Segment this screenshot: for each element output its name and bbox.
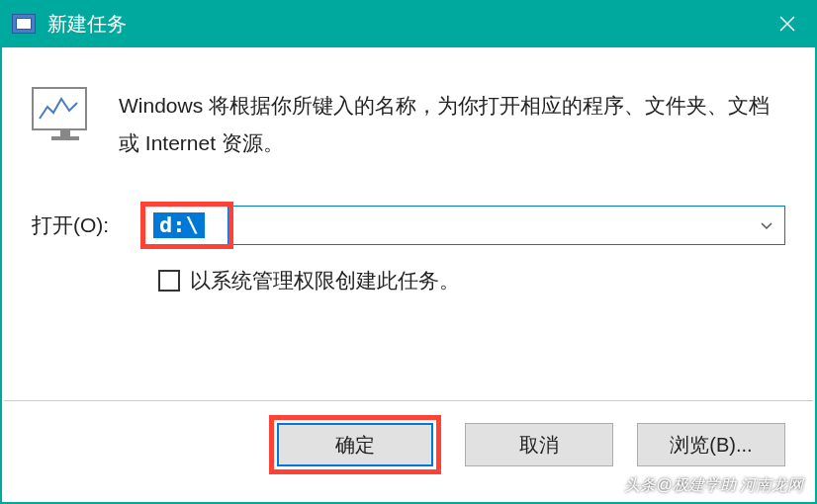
run-icon [32,87,99,146]
separator [4,400,813,401]
ok-button[interactable]: 确定 [277,423,433,466]
window-title: 新建任务 [47,11,758,38]
admin-checkbox-row: 以系统管理权限创建此任务。 [158,267,785,294]
browse-button[interactable]: 浏览(B)... [637,423,785,466]
close-button[interactable] [758,0,817,47]
open-row: 打开(O): d:\ [32,202,785,249]
admin-checkbox-label: 以系统管理权限创建此任务。 [190,267,460,294]
open-input-selection: d:\ [153,212,205,238]
open-label: 打开(O): [32,211,140,239]
cancel-button[interactable]: 取消 [465,423,613,466]
open-input[interactable] [228,207,749,244]
dialog-content: Windows 将根据你所键入的名称，为你打开相应的程序、文件夹、文档或 Int… [0,47,817,504]
description-row: Windows 将根据你所键入的名称，为你打开相应的程序、文件夹、文档或 Int… [32,87,785,162]
titlebar: 新建任务 [0,0,817,47]
admin-checkbox[interactable] [158,270,180,292]
description-text: Windows 将根据你所键入的名称，为你打开相应的程序、文件夹、文档或 Int… [119,87,785,162]
open-dropdown-button[interactable] [749,207,784,244]
ok-highlight-box: 确定 [269,415,441,474]
watermark-text: 头条@极建学助 河南龙网 [624,475,803,496]
chevron-down-icon [760,218,773,232]
button-row: 确定 取消 浏览(B)... [269,415,785,474]
input-highlight-box: d:\ [140,202,233,249]
app-icon [12,14,36,34]
close-icon [779,16,795,32]
open-combobox[interactable] [227,206,785,245]
